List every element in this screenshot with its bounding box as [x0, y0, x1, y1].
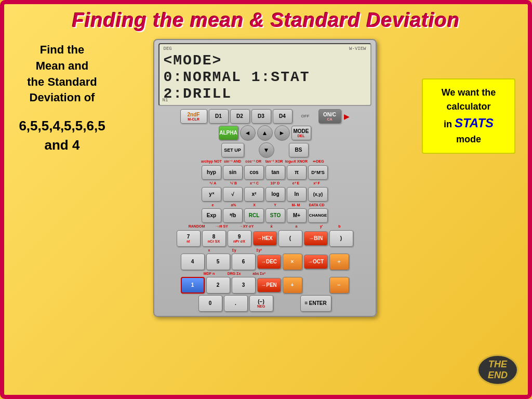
btn-right[interactable]: ►	[274, 125, 290, 141]
btn-bin[interactable]: →BIN	[304, 231, 328, 246]
btn-setup[interactable]: SET UP	[221, 143, 244, 157]
right-panel: We want the calculator in STATS mode	[417, 37, 521, 384]
title-bar: Finding the mean & Standard Deviation	[4, 4, 528, 35]
btn-1[interactable]: 1	[181, 277, 205, 294]
btn-down[interactable]: ▼	[259, 142, 274, 158]
page-title: Finding the mean & Standard Deviation	[72, 9, 460, 31]
btn-sin[interactable]: sin	[223, 165, 243, 180]
btn-neg[interactable]: (−)NEG	[249, 295, 273, 312]
btn-plus[interactable]: +	[283, 277, 302, 294]
btn-enter[interactable]: = ENTER	[300, 295, 331, 312]
btn-dot[interactable]: .	[224, 295, 248, 312]
display-n1: N1	[163, 98, 168, 103]
button-row-power: yˣ √ x² log ln (x,y)	[158, 187, 371, 202]
button-row-2: ALPHA ◄ ▲ ► MODE DEL	[158, 125, 371, 141]
stats-word: STATS	[455, 116, 494, 130]
btn-0[interactable]: 0	[198, 295, 222, 312]
btn-mult[interactable]: ×	[283, 254, 302, 270]
btn-hex[interactable]: →HEX	[253, 231, 277, 246]
btn-ln[interactable]: ln	[287, 187, 307, 202]
trig-sublabels: archyp NOT sin⁻¹ AND cos⁻¹ OR tan⁻¹ XOR …	[158, 159, 371, 164]
btn-2[interactable]: 2	[206, 277, 230, 294]
btn-bs[interactable]: BS	[289, 143, 309, 157]
btn-div[interactable]: ÷	[329, 254, 349, 270]
btn-mplus[interactable]: M+	[287, 208, 307, 223]
display-labels: DEG W-VIEW	[164, 46, 366, 51]
btn-7[interactable]: 7n!	[177, 230, 201, 247]
btn-tan[interactable]: tan	[265, 165, 285, 180]
button-row-789: 7n! 8nCr SX 9nPr σX →HEX ( →BIN )	[158, 230, 371, 247]
main-content: Find the Mean and the Standard Deviation…	[4, 35, 528, 389]
btn-left[interactable]: ◄	[240, 125, 256, 141]
button-row-3: SET UP ▼ BS	[158, 142, 371, 158]
btn-off-label: OFF	[294, 109, 317, 124]
button-row-456: 4 5 6 →DEC × →OCT ÷	[158, 254, 371, 270]
num1-sublabels: MDF n DRG Σx abs Σx²	[158, 272, 371, 275]
mem-sublabels: e a% X Y M- M DATA CD	[158, 203, 371, 207]
btn-3[interactable]: 3	[232, 277, 256, 294]
button-row-0: 0 . (−)NEG = ENTER	[158, 295, 371, 312]
calc-display: DEG W-VIEW <MODE> 0:NORMAL 1:STAT 2:DRIL…	[158, 43, 371, 106]
btn-change[interactable]: CHANGE	[308, 208, 328, 223]
power-sublabels: ˣ√ A ³√ B x⁻¹ C 10ˣ D eˣ E x³ F	[158, 181, 371, 185]
btn-x2[interactable]: x²	[244, 187, 264, 202]
btn-close-paren[interactable]: )	[329, 230, 353, 247]
btn-pi[interactable]: π	[287, 165, 307, 180]
btn-dms[interactable]: D°M'S	[308, 165, 328, 180]
btn-onc[interactable]: ON/C CA	[318, 109, 341, 124]
btn-5[interactable]: 5	[206, 254, 230, 270]
outer-frame: Finding the mean & Standard Deviation Fi…	[0, 0, 532, 399]
btn-sto[interactable]: STO	[265, 208, 285, 223]
btn-9[interactable]: 9nPr σX	[228, 230, 251, 247]
btn-d2[interactable]: D2	[230, 109, 250, 124]
left-description: Find the Mean and the Standard Deviation…	[11, 42, 113, 106]
calc-buttons: 2ndF M-CLR D1 D2 D3 D4 OFF ON/C CA ▶	[158, 109, 371, 312]
btn-minus[interactable]: −	[329, 277, 349, 294]
btn-dec[interactable]: →DEC	[257, 255, 281, 269]
btn-ab[interactable]: ᵃ/b	[223, 208, 243, 223]
stats-callout: We want the calculator in STATS mode	[422, 78, 515, 154]
btn-exp[interactable]: Exp	[202, 208, 221, 223]
btn-6[interactable]: 6	[232, 254, 256, 270]
btn-2ndf[interactable]: 2ndF M-CLR	[180, 109, 207, 124]
btn-up[interactable]: ▲	[257, 125, 273, 141]
btn-rcl[interactable]: RCL	[244, 208, 264, 223]
btn-sqrt[interactable]: √	[223, 187, 243, 202]
left-panel: Find the Mean and the Standard Deviation…	[11, 37, 113, 384]
btn-pen[interactable]: →PEN	[257, 278, 281, 292]
button-row-123: 1 2 3 →PEN + −	[158, 277, 371, 294]
display-screen: <MODE> 0:NORMAL 1:STAT 2:DRILL	[164, 52, 366, 103]
btn-d3[interactable]: D3	[251, 109, 271, 124]
btn-mode[interactable]: MODE DEL	[291, 126, 311, 140]
num4-sublabels: x Σy Σy²	[158, 248, 371, 252]
btn-yx[interactable]: yˣ	[202, 187, 221, 202]
btn-cos[interactable]: cos	[244, 165, 264, 180]
btn-log[interactable]: log	[265, 187, 285, 202]
button-row-1: 2ndF M-CLR D1 D2 D3 D4 OFF ON/C CA ▶	[158, 109, 371, 124]
button-row-trig: hyp sin cos tan π D°M'S	[158, 165, 371, 180]
the-end-badge: THE END	[477, 354, 518, 385]
btn-alpha[interactable]: ALPHA	[219, 126, 238, 140]
btn-d1[interactable]: D1	[209, 109, 229, 124]
btn-4[interactable]: 4	[181, 254, 205, 270]
center-panel: DEG W-VIEW <MODE> 0:NORMAL 1:STAT 2:DRIL…	[118, 37, 411, 384]
btn-xy[interactable]: (x,y)	[308, 187, 328, 202]
btn-8[interactable]: 8nCr SX	[202, 230, 226, 247]
num7-sublabels: RANDOM →rθ SY →XY σY x̄ a y' b	[158, 224, 371, 229]
btn-hyp[interactable]: hyp	[202, 165, 221, 180]
btn-open-paren[interactable]: (	[278, 230, 302, 247]
mode-arrow: ▶	[344, 112, 350, 121]
data-values: 6,5,5,4,5,5,6,5 and 4	[11, 116, 113, 154]
calculator: DEG W-VIEW <MODE> 0:NORMAL 1:STAT 2:DRIL…	[153, 39, 377, 317]
btn-d4[interactable]: D4	[273, 109, 292, 124]
btn-oct[interactable]: →OCT	[304, 255, 328, 269]
button-row-mem: Exp ᵃ/b RCL STO M+ CHANGE	[158, 208, 371, 223]
